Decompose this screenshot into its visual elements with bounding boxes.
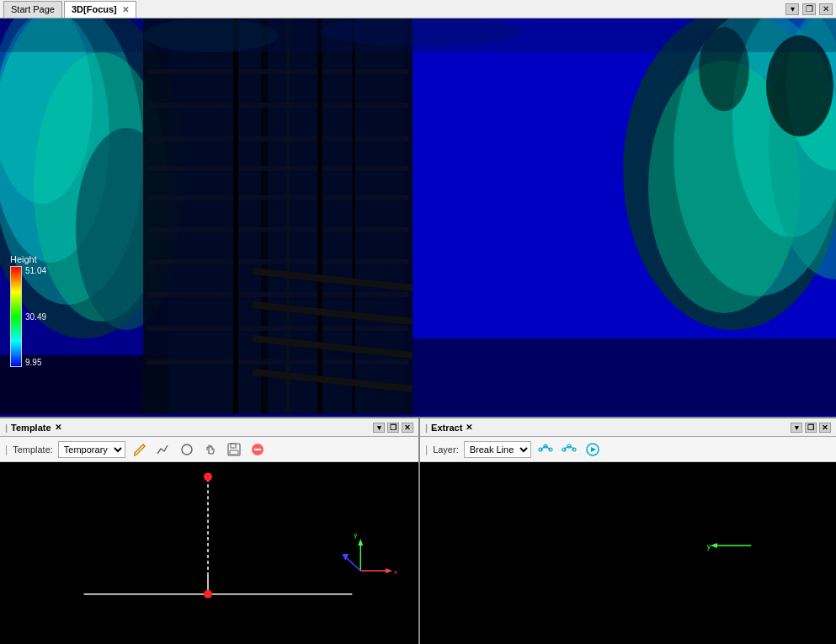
template-panel-controls: ▾ ❐ ✕ <box>373 423 413 433</box>
template-panel-dropdown-btn[interactable]: ▾ <box>373 423 385 433</box>
template-panel-header: | Template ✕ ▾ ❐ ✕ <box>0 418 418 437</box>
template-panel-separator: | <box>5 423 8 433</box>
tab-3d-focus[interactable]: 3D[Focus] ✕ <box>64 1 136 18</box>
extract-viewport[interactable]: y <box>420 462 836 644</box>
pencil-icon <box>132 442 147 457</box>
svg-point-50 <box>204 472 212 481</box>
svg-rect-45 <box>230 450 238 455</box>
main-3d-viewport[interactable]: Height 51.04 30.49 9.95 <box>0 19 836 417</box>
legend-values: 51.04 30.49 9.95 <box>10 266 46 367</box>
title-bar: Start Page 3D[Focus] ✕ ▾ ❐ ✕ <box>0 0 836 19</box>
spline-icon <box>562 442 577 457</box>
save-icon <box>226 442 242 457</box>
svg-text:y: y <box>707 542 711 551</box>
extract-viewport-svg: y <box>420 462 836 644</box>
hand-icon <box>203 442 218 457</box>
extract-panel-restore-btn[interactable]: ❐ <box>805 423 817 433</box>
bottom-panels: | Template ✕ ▾ ❐ ✕ | Template: Temporary… <box>0 417 836 644</box>
polyline-button[interactable] <box>536 440 555 459</box>
template-panel-close[interactable]: ✕ <box>55 423 61 432</box>
tab-start-page[interactable]: Start Page <box>3 1 62 18</box>
legend-mid: 30.49 <box>25 312 46 322</box>
extract-panel-title: Extract <box>431 423 462 433</box>
template-viewport-svg: y x <box>0 462 418 644</box>
tab-start-page-label: Start Page <box>11 4 55 14</box>
polyline-icon <box>538 442 553 457</box>
template-panel-title: Template <box>11 423 51 433</box>
extract-panel-close[interactable]: ✕ <box>466 423 472 432</box>
legend-title: Height <box>10 254 37 264</box>
template-panel: | Template ✕ ▾ ❐ ✕ | Template: Temporary… <box>0 418 420 644</box>
extract-panel-dropdown-btn[interactable]: ▾ <box>791 423 802 433</box>
spline-button[interactable] <box>560 440 578 459</box>
template-panel-separator2: | <box>5 444 8 455</box>
chart-button[interactable] <box>154 440 173 459</box>
window-controls: ▾ ❐ ✕ <box>785 3 833 15</box>
extract-toolbar-label: Layer: <box>433 444 459 455</box>
tab-3d-focus-close[interactable]: ✕ <box>122 5 129 14</box>
viewport-canvas: Height 51.04 30.49 9.95 <box>0 19 836 417</box>
play-button[interactable] <box>583 440 602 459</box>
template-viewport[interactable]: y x <box>0 462 418 644</box>
chart-icon <box>156 442 171 457</box>
svg-marker-69 <box>591 447 596 452</box>
extract-panel-separator: | <box>425 423 428 433</box>
maximize-btn[interactable]: ❐ <box>802 3 816 15</box>
minimize-btn[interactable]: ▾ <box>785 3 799 15</box>
template-panel-restore-btn[interactable]: ❐ <box>387 423 399 433</box>
svg-rect-48 <box>0 462 418 644</box>
extract-panel-header: | Extract ✕ ▾ ❐ ✕ <box>420 418 836 437</box>
svg-rect-44 <box>231 444 236 448</box>
play-icon <box>585 442 600 457</box>
extract-panel: | Extract ✕ ▾ ❐ ✕ | Layer: Break Line La… <box>420 418 836 644</box>
svg-point-40 <box>143 19 278 52</box>
template-panel-toolbar: | Template: Temporary Option1 Option2 <box>0 437 418 462</box>
circle-button[interactable] <box>178 440 196 459</box>
template-dropdown[interactable]: Temporary Option1 Option2 <box>58 441 125 458</box>
legend-labels: 51.04 30.49 9.95 <box>25 266 46 367</box>
color-legend: Height 51.04 30.49 9.95 <box>10 254 46 367</box>
extract-layer-dropdown[interactable]: Break Line Layer1 Layer2 <box>464 441 531 458</box>
svg-point-53 <box>204 590 212 599</box>
svg-text:y: y <box>354 531 357 539</box>
legend-min: 9.95 <box>25 358 46 367</box>
extract-panel-controls: ▾ ❐ ✕ <box>791 423 831 433</box>
tab-3d-focus-label: 3D[Focus] <box>72 4 117 14</box>
close-btn[interactable]: ✕ <box>819 3 833 15</box>
extract-panel-toolbar: | Layer: Break Line Layer1 Layer2 <box>420 437 836 462</box>
svg-rect-70 <box>420 462 836 644</box>
template-panel-close-btn[interactable]: ✕ <box>402 423 413 433</box>
minus-circle-icon <box>250 442 265 457</box>
extract-panel-close-btn[interactable]: ✕ <box>819 423 831 433</box>
extract-panel-separator2: | <box>425 444 428 455</box>
legend-gradient-bar <box>10 266 22 367</box>
pencil-button[interactable] <box>130 440 149 459</box>
legend-max: 51.04 <box>25 266 46 275</box>
hand-button[interactable] <box>201 440 220 459</box>
circle-icon <box>179 442 194 457</box>
template-toolbar-label: Template: <box>13 444 53 455</box>
svg-point-42 <box>182 444 192 455</box>
save-button[interactable] <box>225 440 243 459</box>
svg-rect-21 <box>168 19 404 414</box>
svg-rect-38 <box>413 338 836 414</box>
svg-text:x: x <box>394 568 397 576</box>
minus-circle-button[interactable] <box>248 440 267 459</box>
pointcloud-visualization <box>0 19 836 414</box>
